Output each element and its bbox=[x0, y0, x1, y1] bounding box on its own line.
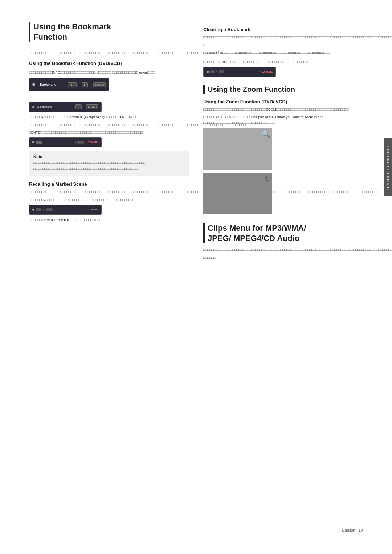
dot-s2 bbox=[32, 141, 34, 143]
cancel-c-label: CANCEL bbox=[262, 70, 273, 73]
body-text-2: □□ bbox=[29, 94, 189, 99]
zoom-title: Using the Zoom Function bbox=[203, 85, 363, 94]
zoom-rotate-icon: ↻ bbox=[265, 175, 270, 183]
clips-title-line2: JPEG/ MPEG4/CD Audio bbox=[208, 234, 299, 243]
main-title-line2: Function bbox=[33, 32, 67, 41]
spacer-clips-top bbox=[203, 217, 363, 223]
bookmark-screenshot-3: • • CANCEL bbox=[29, 137, 102, 147]
dot-r1 bbox=[32, 209, 34, 211]
footer: English _19 bbox=[342, 528, 363, 532]
main-title: Using the Bookmark Function bbox=[29, 22, 189, 42]
bar1 bbox=[36, 141, 42, 144]
note-box: Note □□□□□□□□□□□□□□□□□□□□□□□□□□□□□□□□□□□… bbox=[29, 151, 189, 176]
bar-c2 bbox=[219, 70, 224, 73]
sep-r1: • bbox=[43, 208, 44, 211]
body-clear-2: □ bbox=[203, 42, 363, 48]
body-recall-3: □□□□□□ PLAY/PAUSE►II □□□□□□□□□□□□ □□□□□ bbox=[29, 217, 189, 222]
body-clear-4: □□□□□□ CANCEL□□□□□□□□□□□□□□□□□□□□□□□□□□□… bbox=[203, 59, 363, 65]
screenshot-bookmark-label: Bookmark bbox=[40, 83, 56, 86]
ui-prev-btn: ◄◄ bbox=[68, 82, 77, 87]
note-title: Note bbox=[33, 155, 184, 159]
body-text-1: □□□□□□□□□□□INFO□□□□□□□□□□□□□□□□□ □□□□□□□… bbox=[29, 70, 189, 75]
sub-heading-bookmark-dvd-text: Using the Bookmark Function (DVD/VCD) bbox=[29, 61, 122, 66]
ui-dot-sep2: • bbox=[90, 83, 91, 86]
sub-heading-recalling-text: Recalling a Marked Scene bbox=[29, 181, 87, 187]
main-title-line1: Using the Bookmark bbox=[33, 22, 111, 31]
sub-heading-zoom-dvd: Using the Zoom Function (DVD/ VCD) bbox=[203, 99, 363, 104]
sep2: • bbox=[85, 141, 86, 144]
side-tab: ADVANCED FUNCTIONS bbox=[384, 138, 392, 196]
body-recall-2: □□□□□□□¥/ □□□□□□□□□□□□□□□□□□□□□□□□□□□□□□… bbox=[29, 197, 189, 202]
sub-heading-bookmark-dvd: Using the Bookmark Function (DVD/VCD) bbox=[29, 61, 189, 66]
sep-c1: • bbox=[216, 70, 217, 73]
sub-heading-zoom-dvd-text: Using the Zoom Function (DVD/ VCD) bbox=[203, 99, 287, 104]
body-text-3: □□□□□□¥/ □□□□□□□□□□ Bookmark (except VCD… bbox=[29, 114, 189, 120]
note-body-1: □□□□□□□□□□□□□□□□□□□□□□□□□□□□□□□□□□□□□□□□… bbox=[33, 160, 184, 165]
clips-title-line1: Clips Menu for MP3/WMA/ bbox=[208, 223, 306, 233]
body-clips-1: □□□□□□□□□□□□□□□□□□□□□□□□□□□□□□□□□□□□□□□□… bbox=[203, 247, 363, 252]
sep-c2: • bbox=[260, 70, 260, 73]
footer-text: English _19 bbox=[342, 528, 363, 532]
zoom-search-icon: 🔍 bbox=[262, 130, 270, 138]
bookmark-screenshot-2: Bookmark ◄ • ENTER bbox=[29, 102, 102, 112]
body-zoom-1: □□□□□□□□□□□□□□□□□□□□□□□□□□□□□□ZOOM□□□□□□… bbox=[203, 107, 363, 112]
body-recall-1: □□□□□□□□□□□□□□□□□□□□□□□□□□□□□□□□□□□□□□□□… bbox=[29, 189, 189, 194]
zoom-preview-2: ↻ bbox=[203, 173, 272, 214]
bar-r2 bbox=[46, 208, 53, 211]
body-text-4: □□□□□□□□□□□□□□□□□□□□□□□□□□□□□□□□□□□□□□□□… bbox=[29, 122, 189, 127]
main-content: Using the Bookmark Function □□□□□□□□□□□□… bbox=[29, 22, 363, 262]
bar2 bbox=[77, 141, 84, 144]
right-column: Clearing a Bookmark □□□□□□□□□□□□□□□□□□□□… bbox=[203, 22, 363, 262]
sep-r2: • bbox=[85, 208, 86, 211]
body-zoom-2: □□□□□□¥/ □□ ¥/□ □□□□□□□□□□ the part of t… bbox=[203, 114, 363, 125]
title-divider bbox=[29, 46, 189, 46]
screenshot2-label: Bookmark bbox=[37, 105, 52, 108]
sub-heading-clearing: Clearing a Bookmark bbox=[203, 27, 363, 32]
bar-r1 bbox=[36, 208, 41, 211]
ui-prev-btn2: ◄ bbox=[75, 104, 82, 109]
dot-sep3: • bbox=[83, 106, 84, 108]
recall-screenshot: • • CANCEL bbox=[29, 205, 102, 215]
spacer-zoom-top bbox=[203, 79, 363, 85]
intro-body-text: □□□□□□□□□□□□□□□□□□□□□□□□□□□□□□□□□□□□□□□□… bbox=[29, 50, 189, 56]
ui-play-btn: ► bbox=[82, 82, 88, 87]
sep1: • bbox=[75, 141, 76, 144]
cancel-r-label: CANCEL bbox=[88, 208, 98, 211]
side-tab-label: ADVANCED FUNCTIONS bbox=[386, 143, 390, 190]
body-clear-1: □□□□□□□□□□□□□□□□□□□□□□□□□□□□□□□□□□□□□□□□… bbox=[203, 34, 363, 40]
ui-dot-1 bbox=[32, 83, 35, 86]
clips-title: Clips Menu for MP3/WMA/ JPEG/ MPEG4/CD A… bbox=[203, 223, 363, 243]
body-text-4b: □ENTER□□□□□□□□□□□□□□□□□□□□□□□□□□□□□□□□□□… bbox=[29, 130, 189, 135]
zoom-title-text: Using the Zoom Function bbox=[208, 85, 295, 93]
body-clips-2: □□□□□□ bbox=[203, 255, 363, 260]
body-clear-3: □□□□□□¥/ □□□□□□□□□□□□□□□□□□□□□□□□□□□□□□□… bbox=[203, 50, 363, 55]
sub-heading-clearing-text: Clearing a Bookmark bbox=[203, 27, 250, 32]
bar-c1 bbox=[210, 70, 215, 73]
bookmark-screenshot-1: Bookmark ◄◄ • ► • ENTER bbox=[29, 78, 109, 91]
note-body-2: □□□□□□□□□□□□□□□□□□□□□□□□□□□□□□□□□□□□□□□□… bbox=[33, 167, 184, 171]
ui-enter-btn: ENTER bbox=[93, 82, 106, 87]
page-container: ADVANCED FUNCTIONS Using the Bookmark Fu… bbox=[0, 0, 392, 554]
ui-enter-btn2: ENTER bbox=[86, 104, 98, 109]
dot-c1 bbox=[207, 71, 209, 73]
sub-heading-recalling: Recalling a Marked Scene bbox=[29, 181, 189, 187]
zoom-preview-1: 🔍 bbox=[203, 128, 272, 170]
ui-dot-sep: • bbox=[79, 83, 80, 86]
left-column: Using the Bookmark Function □□□□□□□□□□□□… bbox=[29, 22, 189, 262]
cancel-label: CANCEL bbox=[88, 141, 98, 144]
clear-screenshot: • • CANCEL bbox=[203, 67, 276, 77]
ui-dot-s1 bbox=[32, 106, 34, 108]
